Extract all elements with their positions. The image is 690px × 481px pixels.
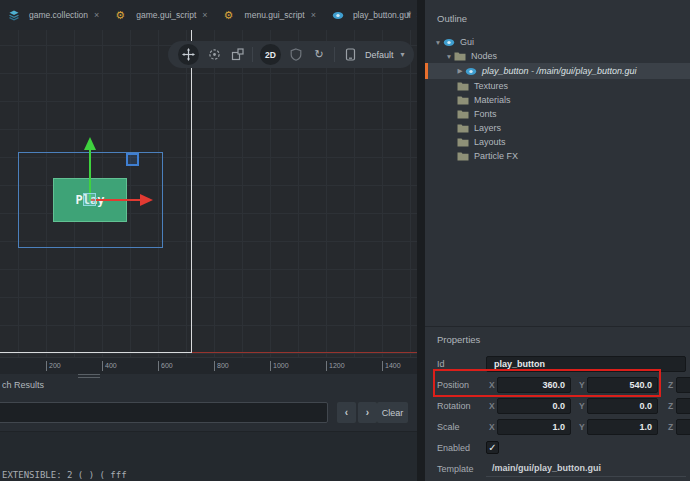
folder-icon — [457, 137, 470, 148]
layout-device-icon — [342, 47, 358, 63]
axis-y-label: Y — [579, 401, 585, 411]
property-row-rotation: Rotation X 0.0 Y 0.0 Z — [425, 398, 690, 415]
search-results-panel: ch Results ‹ › Clear EXTENSIBLE: 2 ( ) (… — [0, 374, 417, 481]
tab-label: game.gui_script — [136, 10, 196, 20]
outline-item-layers[interactable]: Layers — [425, 121, 690, 135]
console-area: EXTENSIBLE: 2 ( ) ( fff — [0, 432, 417, 481]
script-icon: ⚙ — [115, 10, 128, 21]
refresh-icon[interactable]: ↻ — [311, 47, 327, 63]
properties-panel-title: Properties — [437, 334, 480, 345]
axis-y-label: Y — [579, 422, 585, 432]
search-results-tab[interactable]: ch Results — [2, 380, 44, 390]
tab-close-icon[interactable]: × — [311, 10, 316, 20]
ruler-tick: 400 — [102, 361, 117, 371]
right-panel: Outline ▼ Gui ▼ Nodes ▶ play_button - /m… — [425, 0, 690, 481]
gizmo-y-axis-arrowhead[interactable] — [84, 137, 96, 150]
toolbar-separator — [334, 47, 335, 62]
next-result-button[interactable]: › — [358, 402, 377, 423]
scale-y-field[interactable]: 1.0 — [587, 419, 658, 435]
scale-icon — [231, 48, 244, 61]
horizontal-ruler: 200 400 600 800 1000 1200 1400 — [0, 357, 417, 374]
outline-item-textures[interactable]: Textures — [425, 79, 690, 93]
outline-item-gui[interactable]: ▼ Gui — [425, 35, 690, 49]
property-row-scale: Scale X 1.0 Y 1.0 Z — [425, 419, 690, 436]
visibility-filter-button[interactable] — [288, 47, 304, 63]
gizmo-x-axis[interactable] — [91, 199, 140, 201]
ruler-tick: 200 — [46, 361, 61, 371]
property-row-enabled: Enabled ✓ — [425, 440, 690, 457]
axis-z-label: Z — [668, 422, 673, 432]
folder-icon — [457, 109, 470, 120]
folder-icon — [454, 51, 467, 62]
tab-game-collection[interactable]: game.collection × — [0, 0, 107, 30]
rotation-z-field[interactable] — [676, 398, 690, 414]
tab-play-button-gui[interactable]: play_button.gui × — [324, 0, 430, 30]
layout-chevron-icon[interactable]: ▾ — [401, 50, 405, 59]
scale-tool-button[interactable] — [229, 47, 245, 63]
move-tool-button[interactable] — [178, 44, 199, 65]
outline-item-particle-fx[interactable]: Particle FX — [425, 149, 690, 163]
outline-item-nodes[interactable]: ▼ Nodes — [425, 49, 690, 63]
rotation-y-field[interactable]: 0.0 — [587, 398, 658, 414]
template-field[interactable]: /main/gui/play_button.gui — [486, 461, 686, 477]
scene-x-axis-line — [192, 352, 417, 353]
scene-canvas[interactable]: Play 2D ↻ D — [0, 30, 417, 357]
folder-icon — [457, 151, 470, 162]
tab-label: play_button.gui — [353, 10, 411, 20]
console-output-text: EXTENSIBLE: 2 ( ) ( fff — [2, 470, 127, 480]
template-node-badge-icon — [126, 153, 139, 166]
search-input[interactable] — [0, 402, 328, 423]
node-pivot-handle[interactable] — [83, 193, 96, 206]
toolbar-separator — [252, 47, 253, 62]
panel-resize-handle[interactable] — [78, 374, 100, 378]
scale-z-field[interactable] — [676, 419, 690, 435]
axis-z-label: Z — [668, 401, 673, 411]
ruler-tick: 1400 — [382, 361, 401, 371]
rotate-icon — [208, 48, 221, 61]
outline-item-fonts[interactable]: Fonts — [425, 107, 690, 121]
tab-game-gui-script[interactable]: ⚙ game.gui_script × — [107, 0, 215, 30]
gizmo-x-axis-arrowhead[interactable] — [140, 194, 153, 206]
position-z-field[interactable] — [676, 377, 690, 393]
axis-z-label: Z — [668, 380, 673, 390]
clear-button[interactable]: Clear — [377, 402, 408, 423]
tab-close-icon[interactable]: × — [202, 10, 207, 20]
ruler-tick: 600 — [158, 361, 173, 371]
prev-result-button[interactable]: ‹ — [337, 402, 356, 423]
canvas-toolbar: 2D ↻ Default ▾ — [168, 41, 414, 68]
panel-splitter[interactable] — [417, 0, 425, 481]
gui-icon — [332, 10, 345, 21]
ruler-tick: 1000 — [270, 361, 289, 371]
rotation-x-field[interactable]: 0.0 — [497, 398, 571, 414]
tab-menu-gui-script[interactable]: ⚙ menu.gui_script × — [216, 0, 324, 30]
outline-panel-title: Outline — [437, 13, 467, 24]
folder-icon — [457, 123, 470, 134]
outline-item-materials[interactable]: Materials — [425, 93, 690, 107]
layout-selector[interactable]: Default — [365, 50, 394, 60]
perspective-2d-toggle[interactable]: 2D — [260, 44, 281, 65]
tab-overflow-chevron-icon[interactable]: ▾ — [406, 9, 411, 19]
expand-arrow-icon[interactable]: ▼ — [433, 39, 443, 46]
gui-icon — [443, 37, 456, 48]
defold-editor-window: game.collection × ⚙ game.gui_script × ⚙ … — [0, 0, 690, 481]
property-row-template: Template /main/gui/play_button.gui — [425, 461, 690, 478]
enabled-checkbox[interactable]: ✓ — [486, 441, 499, 454]
outline-item-play-button[interactable]: ▶ play_button - /main/gui/play_button.gu… — [425, 63, 690, 79]
gui-icon — [465, 66, 478, 77]
axis-x-label: X — [489, 401, 495, 411]
folder-icon — [457, 81, 470, 92]
folder-icon — [457, 95, 470, 106]
tab-label: menu.gui_script — [245, 10, 305, 20]
move-icon — [182, 48, 195, 61]
position-highlight-annotation — [433, 369, 661, 397]
ruler-tick: 1200 — [326, 361, 345, 371]
editor-tab-bar: game.collection × ⚙ game.gui_script × ⚙ … — [0, 0, 417, 30]
rotate-tool-button[interactable] — [206, 47, 222, 63]
tab-close-icon[interactable]: × — [94, 10, 99, 20]
collapse-arrow-icon[interactable]: ▶ — [455, 67, 465, 75]
expand-arrow-icon[interactable]: ▼ — [444, 53, 454, 60]
scale-x-field[interactable]: 1.0 — [497, 419, 571, 435]
outline-item-layouts[interactable]: Layouts — [425, 135, 690, 149]
script-icon: ⚙ — [224, 10, 237, 21]
ruler-tick: 800 — [214, 361, 229, 371]
